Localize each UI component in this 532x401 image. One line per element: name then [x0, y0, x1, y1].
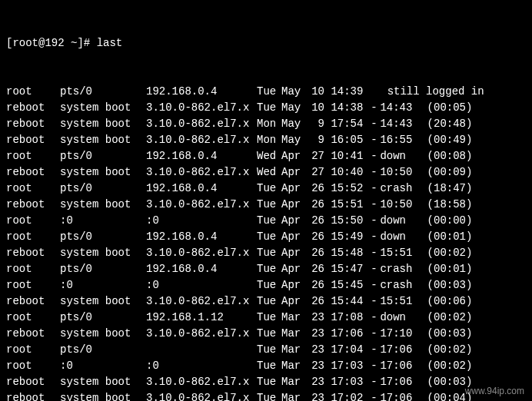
col-time: 15:45: [331, 277, 367, 293]
col-sep: -: [367, 181, 380, 197]
col-dur: (00:06): [417, 293, 472, 310]
col-day: Wed: [257, 148, 281, 164]
col-dur: (18:47): [417, 181, 472, 197]
col-user: root: [6, 181, 60, 197]
col-sep: -: [367, 326, 380, 342]
watermark-text: www.94ip.com: [465, 384, 524, 398]
col-end: down: [380, 148, 417, 164]
last-entry-row: rebootsystem boot3.10.0-862.el7.xTueMar2…: [6, 390, 526, 401]
col-sep: -: [367, 390, 380, 401]
col-tty: system boot: [60, 164, 146, 181]
col-mon: Apr: [281, 213, 306, 229]
col-time: 15:51: [331, 197, 367, 213]
last-entry-row: rebootsystem boot3.10.0-862.el7.xMonMay9…: [6, 132, 526, 148]
col-end: 10:50: [380, 197, 417, 213]
col-user: root: [6, 358, 60, 374]
col-dnum: 26: [306, 181, 324, 197]
col-dnum: 26: [306, 293, 324, 310]
last-entry-row: rebootsystem boot3.10.0-862.el7.xWedApr2…: [6, 164, 526, 181]
col-mon: Apr: [281, 277, 306, 293]
col-day: Tue: [257, 213, 281, 229]
col-dur: (00:08): [417, 148, 472, 164]
col-time: 17:08: [331, 310, 367, 326]
col-user: reboot: [6, 197, 60, 213]
col-end: 15:51: [380, 293, 417, 310]
col-user: root: [6, 84, 60, 100]
col-tty: system boot: [60, 100, 146, 116]
col-host: 192.168.0.4: [146, 229, 257, 245]
col-dnum: 10: [306, 84, 324, 100]
col-mon: Mar: [281, 326, 306, 342]
col-dnum: 23: [306, 374, 324, 390]
col-time: 15:44: [331, 293, 367, 310]
col-tty: :0: [60, 358, 146, 374]
col-time: 15:49: [331, 229, 367, 245]
col-tty: system boot: [60, 326, 146, 342]
col-user: reboot: [6, 245, 60, 261]
col-dur: (00:02): [417, 310, 472, 326]
col-day: Mon: [257, 116, 281, 132]
col-time: 17:06: [331, 326, 367, 342]
last-entry-row: rootpts/0192.168.0.4WedApr27 10:41-down(…: [6, 148, 526, 164]
prompt-line: [root@192 ~]# last: [6, 35, 526, 51]
col-dnum: 26: [306, 277, 324, 293]
col-day: Tue: [257, 261, 281, 277]
col-user: reboot: [6, 132, 60, 148]
col-end: 17:10: [380, 326, 417, 342]
col-day: Tue: [257, 84, 281, 100]
col-dnum: 9: [306, 116, 324, 132]
col-user: root: [6, 229, 60, 245]
col-time: 17:02: [331, 390, 367, 401]
col-time: 14:38: [331, 100, 367, 116]
col-mon: Apr: [281, 293, 306, 310]
col-day: Tue: [257, 342, 281, 358]
col-host: 3.10.0-862.el7.x: [146, 197, 257, 213]
col-dnum: 27: [306, 164, 324, 181]
col-mon: Mar: [281, 342, 306, 358]
col-time: 10:41: [331, 148, 367, 164]
col-host: 3.10.0-862.el7.x: [146, 164, 257, 181]
col-dur: (00:02): [417, 245, 472, 261]
col-dur: (00:02): [417, 342, 472, 358]
col-mon: Apr: [281, 148, 306, 164]
col-sep: -: [367, 164, 380, 181]
col-dur: (20:48): [417, 116, 472, 132]
col-end: 15:51: [380, 245, 417, 261]
col-sep: -: [367, 148, 380, 164]
col-tty: pts/0: [60, 261, 146, 277]
col-mon: Mar: [281, 374, 306, 390]
col-sep: -: [367, 374, 380, 390]
col-dnum: 23: [306, 326, 324, 342]
col-end: crash: [380, 181, 417, 197]
col-dnum: 23: [306, 342, 324, 358]
col-end: 10:50: [380, 164, 417, 181]
col-host: :0: [146, 277, 257, 293]
col-time: 15:50: [331, 213, 367, 229]
col-sep: -: [367, 342, 380, 358]
col-time: 17:03: [331, 374, 367, 390]
col-tty: pts/0: [60, 84, 146, 100]
col-user: root: [6, 213, 60, 229]
col-end: 17:06: [380, 374, 417, 390]
col-user: reboot: [6, 326, 60, 342]
col-dur: (00:01): [417, 261, 472, 277]
col-dnum: 26: [306, 213, 324, 229]
col-dur: (00:03): [417, 326, 472, 342]
col-dur: (18:58): [417, 197, 472, 213]
col-host: 192.168.0.4: [146, 261, 257, 277]
last-entry-row: rootpts/0192.168.0.4TueApr26 15:49-down(…: [6, 229, 526, 245]
col-mon: May: [281, 100, 306, 116]
col-time: 17:54: [331, 116, 367, 132]
last-entry-row: root:0:0TueApr26 15:45-crash(00:03): [6, 277, 526, 293]
col-day: Tue: [257, 374, 281, 390]
col-dnum: 26: [306, 245, 324, 261]
last-entry-row: rebootsystem boot3.10.0-862.el7.xTueMar2…: [6, 374, 526, 390]
col-dur: (00:00): [417, 213, 472, 229]
col-mon: Apr: [281, 245, 306, 261]
last-entry-row: rebootsystem boot3.10.0-862.el7.xTueApr2…: [6, 245, 526, 261]
last-entry-row: rootpts/0192.168.0.4TueApr26 15:47-crash…: [6, 261, 526, 277]
col-end: 17:06: [380, 390, 417, 401]
last-entry-row: rebootsystem boot3.10.0-862.el7.xMonMay9…: [6, 116, 526, 132]
col-sep: -: [367, 293, 380, 310]
col-time: 15:48: [331, 245, 367, 261]
